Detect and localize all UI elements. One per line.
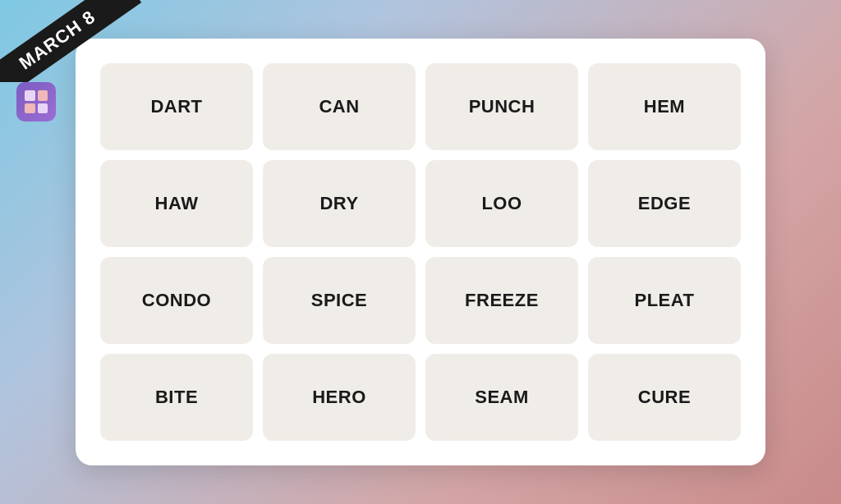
word-label: SEAM [475, 387, 529, 408]
word-label: PLEAT [635, 290, 695, 311]
word-tile[interactable]: PUNCH [425, 63, 578, 150]
word-label: BITE [155, 387, 198, 408]
word-label: LOO [481, 193, 522, 214]
word-tile[interactable]: CAN [263, 63, 416, 150]
corner-banner: MARCH 8 [0, 0, 164, 82]
word-tile[interactable]: HAW [100, 160, 253, 247]
word-tile[interactable]: HERO [263, 354, 416, 441]
word-label: CURE [638, 387, 691, 408]
word-grid: DARTCANPUNCHHEMHAWDRYLOOEDGECONDOSPICEFR… [76, 39, 765, 465]
word-tile[interactable]: FREEZE [425, 257, 578, 344]
word-tile[interactable]: LOO [425, 160, 578, 247]
word-tile[interactable]: CONDO [100, 257, 253, 344]
word-tile[interactable]: HEM [588, 63, 741, 150]
word-label: FREEZE [465, 290, 539, 311]
word-tile[interactable]: BITE [100, 354, 253, 441]
word-label: DART [150, 96, 202, 117]
word-tile[interactable]: PLEAT [588, 257, 741, 344]
app-icon-cell [38, 90, 48, 101]
word-label: HEM [644, 96, 685, 117]
word-label: HERO [312, 387, 366, 408]
word-label: PUNCH [469, 96, 535, 117]
word-label: SPICE [311, 290, 368, 311]
word-label: CAN [319, 96, 359, 117]
word-tile[interactable]: SPICE [263, 257, 416, 344]
app-icon-cell [25, 90, 35, 101]
app-icon[interactable] [16, 82, 56, 121]
app-icon-cell [25, 103, 35, 114]
word-tile[interactable]: DRY [263, 160, 416, 247]
word-label: CONDO [142, 290, 211, 311]
app-icon-cell [38, 103, 48, 114]
word-label: HAW [155, 193, 199, 214]
app-icon-grid [25, 90, 48, 113]
word-tile[interactable]: CURE [588, 354, 741, 441]
date-label: MARCH 8 [0, 0, 141, 82]
word-tile[interactable]: SEAM [425, 354, 578, 441]
word-label: EDGE [638, 193, 691, 214]
word-tile[interactable]: EDGE [588, 160, 741, 247]
word-label: DRY [319, 193, 358, 214]
